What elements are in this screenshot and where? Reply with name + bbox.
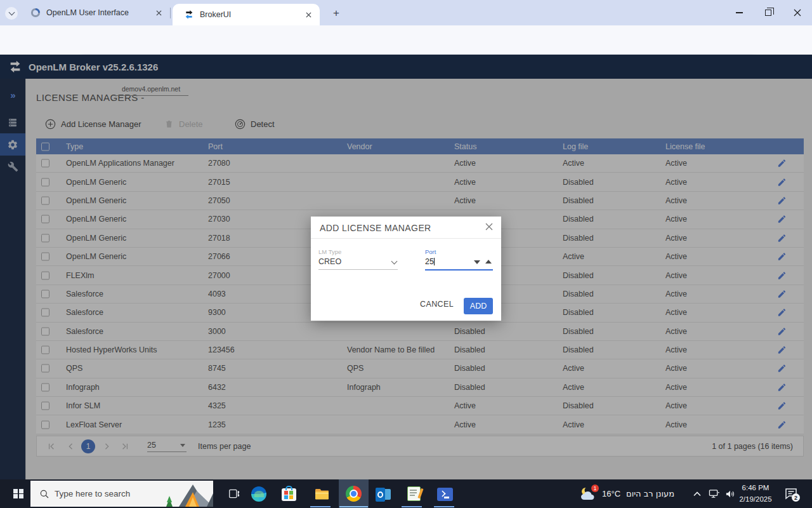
clock-time: 6:46 PM bbox=[738, 482, 773, 493]
port-label: Port bbox=[425, 248, 493, 255]
tab-title: OpenLM User Interface bbox=[46, 8, 154, 17]
tray-network-button[interactable] bbox=[705, 479, 722, 508]
dialog-title: ADD LICENSE MANAGER bbox=[320, 223, 431, 233]
notes-app-icon bbox=[407, 486, 421, 501]
openlm-ui-favicon-icon bbox=[30, 8, 41, 18]
taskbar-notes-app-button[interactable] bbox=[399, 479, 429, 508]
tray-chevron-up-button[interactable] bbox=[689, 479, 705, 508]
tab-search-button[interactable] bbox=[5, 7, 18, 20]
chrome-icon bbox=[346, 486, 362, 502]
restore-icon bbox=[765, 10, 771, 16]
powershell-icon bbox=[437, 488, 453, 501]
notification-center-button[interactable]: 2 bbox=[779, 479, 803, 508]
taskbar-store-button[interactable] bbox=[274, 479, 304, 508]
window-close-button[interactable] bbox=[783, 0, 812, 25]
windows-taskbar: Type here to search bbox=[0, 479, 812, 508]
browser-toolbar: localhost:5090/#/license-managers ⋮ bbox=[0, 25, 812, 55]
port-value: 25 bbox=[425, 257, 434, 266]
chevron-down-icon bbox=[391, 258, 398, 265]
text-cursor bbox=[434, 258, 435, 265]
taskbar-weather-widget[interactable]: 1 16°C מעונן רב היום bbox=[580, 479, 674, 508]
open-indicator-explorer bbox=[310, 506, 331, 507]
search-placeholder: Type here to search bbox=[55, 489, 160, 498]
taskbar-powershell-button[interactable] bbox=[430, 479, 460, 508]
chevron-down-icon bbox=[8, 10, 15, 16]
window-minimize-button[interactable] bbox=[724, 0, 754, 25]
port-input[interactable]: 25 bbox=[425, 257, 493, 271]
tray-volume-button[interactable] bbox=[722, 479, 738, 508]
notification-count-badge: 2 bbox=[792, 493, 800, 502]
open-indicator-notes bbox=[402, 506, 422, 507]
lm-type-value: CREO bbox=[318, 257, 341, 266]
outlook-icon bbox=[376, 488, 391, 502]
lm-type-label: LM Type bbox=[318, 248, 398, 255]
tab-divider bbox=[170, 8, 171, 18]
close-icon bbox=[794, 9, 801, 17]
taskbar-search-box[interactable]: Type here to search bbox=[30, 481, 213, 507]
search-highlight-art bbox=[160, 481, 213, 507]
port-field[interactable]: Port 25 bbox=[425, 248, 493, 271]
lm-type-field[interactable]: LM Type CREO bbox=[318, 248, 398, 270]
network-icon bbox=[709, 489, 719, 498]
file-explorer-icon bbox=[314, 486, 329, 502]
add-license-manager-dialog: ADD LICENSE MANAGER LM Type CREO Port 25… bbox=[311, 217, 501, 321]
dialog-close-button[interactable] bbox=[485, 222, 495, 232]
lm-type-select[interactable]: CREO bbox=[318, 257, 398, 270]
edge-icon bbox=[251, 486, 266, 502]
weather-description: מעונן רב היום bbox=[626, 489, 674, 498]
taskbar-file-explorer-button[interactable] bbox=[306, 479, 336, 508]
speaker-icon bbox=[725, 490, 735, 498]
taskbar-chrome-button[interactable] bbox=[339, 479, 369, 508]
tab-brokerui[interactable]: BrokerUI bbox=[173, 4, 320, 25]
spinner-up-icon[interactable] bbox=[485, 260, 492, 264]
tab-openlm-user-interface[interactable]: OpenLM User Interface bbox=[19, 0, 170, 25]
tab-title: BrokerUI bbox=[200, 10, 303, 19]
clock-date: 2/19/2025 bbox=[738, 493, 773, 505]
weather-temperature: 16°C bbox=[602, 489, 620, 498]
open-indicator-powershell bbox=[434, 506, 454, 507]
window-restore-button[interactable] bbox=[754, 0, 783, 25]
search-icon bbox=[39, 489, 49, 499]
task-view-icon bbox=[228, 488, 240, 500]
brokerui-favicon-icon bbox=[184, 10, 194, 20]
taskbar-clock[interactable]: 6:46 PM 2/19/2025 bbox=[738, 482, 773, 505]
cancel-button[interactable]: CANCEL bbox=[420, 300, 454, 309]
dialog-divider bbox=[311, 238, 501, 239]
open-indicator-chrome bbox=[339, 506, 368, 507]
new-tab-button[interactable]: + bbox=[329, 6, 344, 21]
close-icon bbox=[485, 222, 494, 231]
chevron-up-icon bbox=[693, 491, 701, 497]
add-button[interactable]: ADD bbox=[464, 298, 493, 314]
start-button[interactable] bbox=[6, 479, 30, 508]
taskbar-outlook-button[interactable] bbox=[368, 479, 398, 508]
minimize-icon bbox=[736, 12, 743, 13]
screen: OpenLM User Interface BrokerUI + bbox=[0, 0, 812, 508]
store-icon bbox=[282, 488, 296, 501]
weather-alert-badge: 1 bbox=[591, 485, 599, 492]
browser-tab-strip: OpenLM User Interface BrokerUI + bbox=[0, 0, 812, 25]
tab-close-icon[interactable] bbox=[303, 10, 313, 20]
windows-logo-icon bbox=[13, 489, 23, 499]
spinner-down-icon[interactable] bbox=[474, 260, 480, 264]
tab-close-icon[interactable] bbox=[154, 8, 164, 18]
taskbar-edge-button[interactable] bbox=[244, 479, 273, 508]
